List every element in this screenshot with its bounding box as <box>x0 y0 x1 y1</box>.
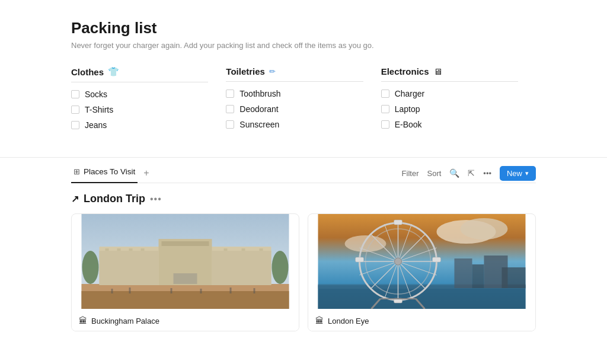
checklist-item[interactable]: Toothbrush <box>226 89 363 98</box>
category-header-electronics: Electronics🖥 <box>381 66 518 82</box>
category-icon-toiletries: ✏ <box>269 67 276 76</box>
page-title: Packing list <box>71 19 536 37</box>
svg-rect-24 <box>254 288 255 293</box>
caption-icon: 🏛 <box>79 316 87 325</box>
checklist-label: Charger <box>395 89 425 98</box>
checklist-label: T-Shirts <box>85 105 113 114</box>
gallery-card-london-eye[interactable]: 🏛London Eye <box>308 213 536 331</box>
tab-places-to-visit[interactable]: ⊞ Places To Visit <box>71 164 138 183</box>
chevron-down-icon: ▾ <box>525 170 529 177</box>
checklist-checkbox[interactable] <box>381 90 389 98</box>
places-tabs: ⊞ Places To Visit + Filter Sort 🔍 ⇱ ••• … <box>71 158 536 183</box>
svg-point-50 <box>395 258 402 265</box>
category-electronics: Electronics🖥ChargerLaptopE-Book <box>381 66 536 136</box>
place-name: Buckingham Palace <box>91 317 159 325</box>
new-button[interactable]: New ▾ <box>500 166 536 181</box>
page-subtitle: Never forget your charger again. Add you… <box>71 41 536 50</box>
gallery-card-buckingham[interactable]: 🏛Buckingham Palace <box>71 213 299 331</box>
svg-rect-25 <box>174 273 197 284</box>
checklist-label: Deodorant <box>239 104 278 114</box>
trip-header: ↗ London Trip ••• <box>71 193 536 205</box>
checklist-item[interactable]: Laptop <box>381 104 518 114</box>
category-icon-electronics: 🖥 <box>433 66 442 76</box>
svg-rect-33 <box>472 264 484 288</box>
svg-rect-23 <box>230 288 232 293</box>
checklist-item[interactable]: Deodorant <box>226 104 363 114</box>
gallery-caption-london-eye: 🏛London Eye <box>308 311 535 331</box>
category-title-clothes: Clothes <box>71 67 104 77</box>
grid-icon: ⊞ <box>74 167 80 176</box>
svg-rect-15 <box>100 251 159 285</box>
sort-button[interactable]: Sort <box>427 169 441 178</box>
checklist-checkbox[interactable] <box>381 105 389 113</box>
checklist-label: Toothbrush <box>239 89 280 98</box>
svg-rect-19 <box>111 289 113 293</box>
svg-rect-32 <box>455 258 472 288</box>
caption-icon: 🏛 <box>315 316 324 325</box>
checklist-checkbox[interactable] <box>71 121 79 129</box>
more-button[interactable]: ••• <box>483 169 491 178</box>
svg-point-17 <box>82 251 99 284</box>
svg-rect-46 <box>394 220 402 225</box>
svg-rect-22 <box>200 289 202 293</box>
checklist-label: Laptop <box>395 104 420 114</box>
trip-more-button[interactable]: ••• <box>150 194 162 205</box>
category-title-toiletries: Toiletries <box>226 66 265 76</box>
checklist-label: Sunscreen <box>239 120 279 129</box>
checklist-label: E-Book <box>395 120 422 129</box>
category-toiletries: Toiletries✏ToothbrushDeodorantSunscreen <box>226 66 381 136</box>
checklist-checkbox[interactable] <box>226 120 234 129</box>
checklist-checkbox[interactable] <box>226 90 234 98</box>
checklist-item[interactable]: Jeans <box>71 120 208 130</box>
checklist-item[interactable]: T-Shirts <box>71 105 208 114</box>
categories-grid: Clothes👕SocksT-ShirtsJeansToiletries✏Too… <box>71 66 536 136</box>
svg-rect-35 <box>502 267 526 288</box>
checklist-checkbox[interactable] <box>381 120 389 129</box>
category-title-electronics: Electronics <box>381 66 429 76</box>
checklist-label: Jeans <box>85 120 107 130</box>
page-container: Packing list Never forget your charger a… <box>0 0 607 331</box>
svg-rect-20 <box>129 288 131 293</box>
tabs-left: ⊞ Places To Visit + <box>71 164 152 183</box>
checklist-item[interactable]: Sunscreen <box>226 120 363 129</box>
checklist-label: Socks <box>85 90 107 99</box>
checklist-item[interactable]: Socks <box>71 90 208 99</box>
svg-point-18 <box>272 251 289 284</box>
add-tab-button[interactable]: + <box>141 168 151 178</box>
svg-rect-2 <box>82 291 289 309</box>
checklist-checkbox[interactable] <box>226 105 234 113</box>
search-icon[interactable]: 🔍 <box>449 168 459 178</box>
svg-point-28 <box>461 218 508 240</box>
filter-button[interactable]: Filter <box>402 169 419 178</box>
places-gallery: 🏛Buckingham Palace 🏛London Eye <box>71 213 536 331</box>
gallery-caption-buckingham: 🏛Buckingham Palace <box>72 311 299 331</box>
checklist-item[interactable]: E-Book <box>381 120 518 129</box>
svg-rect-16 <box>212 251 271 285</box>
svg-rect-49 <box>433 257 441 262</box>
places-section: ⊞ Places To Visit + Filter Sort 🔍 ⇱ ••• … <box>71 158 536 331</box>
category-header-clothes: Clothes👕 <box>71 66 208 82</box>
category-icon-clothes: 👕 <box>108 66 119 77</box>
arrows-icon[interactable]: ⇱ <box>468 168 475 178</box>
checklist-item[interactable]: Charger <box>381 89 518 98</box>
new-label: New <box>507 169 522 178</box>
tab-label: Places To Visit <box>84 167 135 176</box>
trip-title[interactable]: London Trip <box>84 193 145 205</box>
svg-rect-48 <box>356 257 364 262</box>
category-clothes: Clothes👕SocksT-ShirtsJeans <box>71 66 226 136</box>
svg-rect-21 <box>171 288 172 293</box>
category-header-toiletries: Toiletries✏ <box>226 66 363 82</box>
trip-arrow-icon: ↗ <box>71 193 79 205</box>
toolbar: Filter Sort 🔍 ⇱ ••• New ▾ <box>402 166 536 181</box>
checklist-checkbox[interactable] <box>71 106 79 114</box>
svg-rect-14 <box>162 241 209 246</box>
place-name: London Eye <box>328 317 369 325</box>
checklist-checkbox[interactable] <box>71 90 79 98</box>
